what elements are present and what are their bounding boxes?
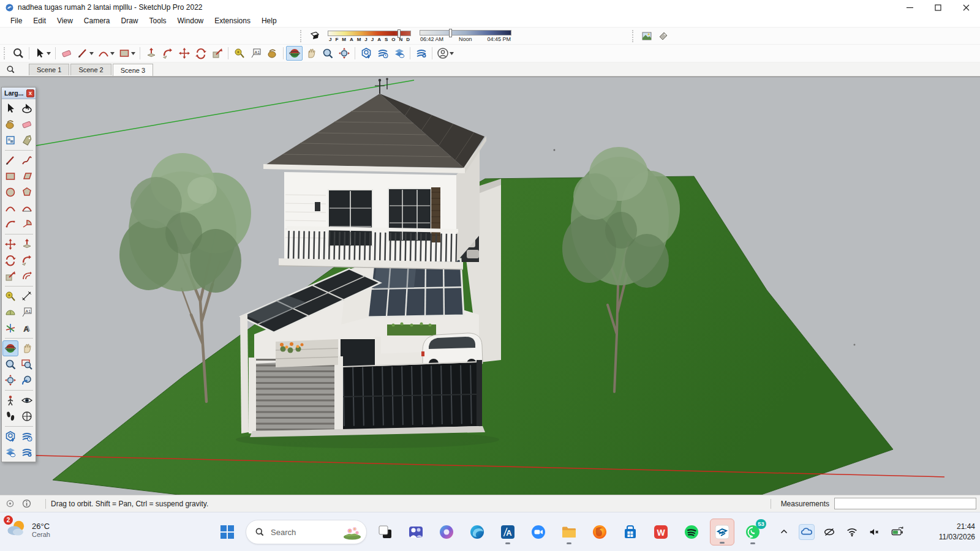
eraser-tool-button[interactable] <box>58 46 75 61</box>
arc-tool[interactable] <box>19 200 35 216</box>
zoom-extents-tool[interactable] <box>2 372 18 388</box>
move-tool[interactable] <box>2 236 18 252</box>
weather-widget[interactable]: 2 26°C Cerah <box>6 518 50 541</box>
microsoft-store-app-icon[interactable] <box>618 519 643 545</box>
battery-charging-icon[interactable] <box>889 524 905 540</box>
firefox-app-icon[interactable] <box>587 519 612 545</box>
rectangle-tool-button[interactable] <box>116 46 137 61</box>
wps-office-app-icon[interactable]: W <box>649 519 673 545</box>
circle-tool[interactable] <box>2 184 18 200</box>
toolbar-grip[interactable] <box>632 30 635 42</box>
sketchup-app-icon[interactable] <box>710 519 734 545</box>
whatsapp-app-icon[interactable]: 53 <box>741 519 765 545</box>
position-camera-tool[interactable] <box>2 392 18 408</box>
pie-tool[interactable] <box>19 216 35 232</box>
polygon-tool[interactable] <box>19 184 35 200</box>
move-tool-button[interactable] <box>176 46 192 61</box>
palette-close-icon[interactable]: x <box>26 89 34 97</box>
lasso-select-tool[interactable] <box>19 100 35 116</box>
text-tool[interactable]: A1 <box>19 304 35 320</box>
zoom-app-icon[interactable] <box>526 519 551 545</box>
axes-tool[interactable] <box>2 320 18 336</box>
menu-file[interactable]: File <box>5 15 28 26</box>
section-plane-tool[interactable] <box>19 408 35 424</box>
three-point-arc-tool[interactable] <box>2 216 18 232</box>
select-tool-button[interactable] <box>32 46 53 61</box>
follow-me-tool[interactable] <box>19 252 35 268</box>
orbit-tool[interactable] <box>2 340 18 356</box>
file-explorer-app-icon[interactable] <box>557 519 581 545</box>
menu-extensions[interactable]: Extensions <box>209 15 256 26</box>
measurements-input[interactable] <box>834 498 976 509</box>
scale-tool-button[interactable] <box>209 46 225 61</box>
zoom-window-tool[interactable] <box>19 356 35 372</box>
arc-tool-button[interactable] <box>96 46 116 61</box>
push-pull-tool[interactable] <box>19 236 35 252</box>
palette-header[interactable]: Larg... x <box>2 88 36 99</box>
text-tool-button[interactable]: A1 <box>247 46 264 61</box>
menu-window[interactable]: Window <box>172 15 209 26</box>
rectangle-tool[interactable] <box>2 168 18 184</box>
teams-app-icon[interactable] <box>404 519 428 545</box>
orbit-tool-button[interactable] <box>286 46 303 61</box>
menu-help[interactable]: Help <box>256 15 282 26</box>
volume-muted-icon[interactable] <box>867 524 883 540</box>
search-tool-button[interactable] <box>10 46 26 61</box>
tape-measure-tool-button[interactable] <box>231 46 247 61</box>
push-pull-tool-button[interactable] <box>143 46 159 61</box>
start-app-icon[interactable] <box>215 519 239 545</box>
eraser-tool[interactable] <box>19 116 35 132</box>
wifi-icon[interactable] <box>844 524 860 540</box>
hidden-items-icon[interactable] <box>821 524 837 540</box>
menu-camera[interactable]: Camera <box>78 15 116 26</box>
paint-bucket-tool[interactable] <box>2 116 18 132</box>
two-point-arc-tool[interactable] <box>2 200 18 216</box>
geolocation-icon[interactable] <box>5 498 15 509</box>
edge-app-icon[interactable] <box>465 519 489 545</box>
ext-hexagon-tool-button[interactable] <box>358 46 374 61</box>
ext-wave-clock-tool-tool[interactable] <box>19 429 35 444</box>
maximize-button[interactable] <box>924 0 952 15</box>
shadow-box-icon[interactable] <box>306 29 323 43</box>
make-component-tool[interactable] <box>2 132 18 148</box>
zoom-tool-button[interactable] <box>319 46 336 61</box>
ext-wave-gear-tool-button[interactable] <box>413 46 429 61</box>
walk-tool[interactable] <box>2 408 18 424</box>
look-around-tool[interactable] <box>19 392 35 408</box>
scene-tab-scene-3[interactable]: Scene 3 <box>113 64 153 76</box>
minimize-button[interactable] <box>895 0 924 15</box>
time-slider-handle[interactable] <box>449 29 452 37</box>
rotate-tool-button[interactable] <box>192 46 209 61</box>
rotate-tool[interactable] <box>2 252 18 268</box>
menu-view[interactable]: View <box>51 15 78 26</box>
select-tool[interactable] <box>2 100 18 116</box>
protractor-tool[interactable] <box>2 304 18 320</box>
close-button[interactable] <box>952 0 980 15</box>
modeling-viewport[interactable]: Larg... x A1AA <box>0 77 980 495</box>
zoom-tool[interactable] <box>2 356 18 372</box>
taskbar-clock[interactable]: 21:44 11/03/2026 <box>939 512 975 551</box>
spotify-app-icon[interactable] <box>679 519 704 545</box>
menu-draw[interactable]: Draw <box>116 15 144 26</box>
ext-layers-cloud-tool-button[interactable] <box>391 46 407 61</box>
ext-wave-gear-tool-tool[interactable] <box>19 444 35 460</box>
toolbar-grip[interactable] <box>4 47 7 59</box>
3d-text-tool[interactable]: AA <box>19 320 35 336</box>
freehand-tool[interactable] <box>19 152 35 168</box>
rotated-rectangle-tool[interactable] <box>19 168 35 184</box>
menu-tools[interactable]: Tools <box>144 15 172 26</box>
tag-tool[interactable] <box>19 132 35 148</box>
menu-edit[interactable]: Edit <box>28 15 51 26</box>
taskbar-search-input[interactable]: Search <box>246 520 367 544</box>
paint-bucket-tool-button[interactable] <box>264 46 281 61</box>
autocad-app-icon[interactable]: A <box>496 519 520 545</box>
zoom-extents-tool-button[interactable] <box>336 46 352 61</box>
zoom-previous-tool[interactable] <box>19 372 35 388</box>
scene-search-icon[interactable] <box>6 65 15 74</box>
offset-tool[interactable] <box>19 268 35 284</box>
toolbar-grip[interactable] <box>300 30 303 42</box>
tray-chevron-up-icon[interactable] <box>776 524 792 540</box>
material-tag-button[interactable] <box>655 29 671 43</box>
scale-tool[interactable] <box>2 268 18 284</box>
ext-layers-cloud-tool-tool[interactable] <box>2 444 18 460</box>
